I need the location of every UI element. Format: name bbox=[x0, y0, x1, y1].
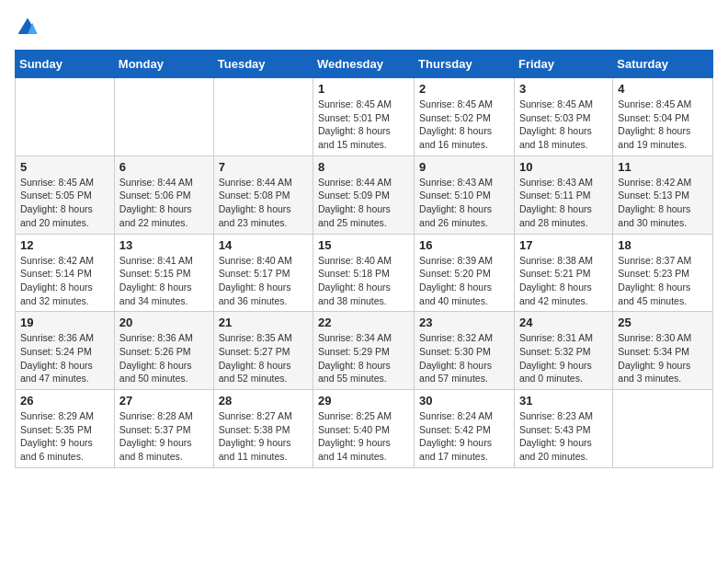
day-number: 15 bbox=[318, 238, 409, 252]
calendar-cell: 4Sunrise: 8:45 AM Sunset: 5:04 PM Daylig… bbox=[613, 78, 713, 156]
day-number: 24 bbox=[519, 316, 608, 329]
day-info: Sunrise: 8:40 AM Sunset: 5:18 PM Dayligh… bbox=[318, 254, 409, 308]
day-number: 21 bbox=[219, 316, 308, 329]
day-number: 29 bbox=[318, 394, 409, 408]
day-number: 4 bbox=[618, 82, 708, 96]
day-info: Sunrise: 8:32 AM Sunset: 5:30 PM Dayligh… bbox=[419, 331, 509, 385]
calendar-cell: 17Sunrise: 8:38 AM Sunset: 5:21 PM Dayli… bbox=[514, 234, 612, 312]
calendar-cell: 31Sunrise: 8:23 AM Sunset: 5:43 PM Dayli… bbox=[514, 390, 612, 468]
day-info: Sunrise: 8:36 AM Sunset: 5:24 PM Dayligh… bbox=[20, 331, 109, 385]
day-info: Sunrise: 8:45 AM Sunset: 5:03 PM Dayligh… bbox=[519, 98, 608, 152]
day-info: Sunrise: 8:45 AM Sunset: 5:05 PM Dayligh… bbox=[20, 176, 109, 230]
calendar-week-5: 26Sunrise: 8:29 AM Sunset: 5:35 PM Dayli… bbox=[16, 390, 713, 468]
col-header-sunday: Sunday bbox=[16, 51, 115, 78]
day-number: 13 bbox=[119, 238, 209, 252]
calendar-cell: 8Sunrise: 8:44 AM Sunset: 5:09 PM Daylig… bbox=[313, 155, 415, 234]
calendar-cell: 29Sunrise: 8:25 AM Sunset: 5:40 PM Dayli… bbox=[313, 390, 415, 468]
calendar-cell: 6Sunrise: 8:44 AM Sunset: 5:06 PM Daylig… bbox=[114, 155, 213, 234]
day-number: 8 bbox=[318, 160, 409, 174]
day-number: 11 bbox=[618, 160, 708, 174]
day-info: Sunrise: 8:45 AM Sunset: 5:04 PM Dayligh… bbox=[618, 98, 708, 152]
calendar-cell: 10Sunrise: 8:43 AM Sunset: 5:11 PM Dayli… bbox=[514, 155, 612, 234]
calendar-header-row: SundayMondayTuesdayWednesdayThursdayFrid… bbox=[16, 51, 713, 78]
day-info: Sunrise: 8:44 AM Sunset: 5:09 PM Dayligh… bbox=[318, 176, 409, 230]
calendar-cell: 2Sunrise: 8:45 AM Sunset: 5:02 PM Daylig… bbox=[415, 78, 515, 156]
day-info: Sunrise: 8:35 AM Sunset: 5:27 PM Dayligh… bbox=[219, 331, 308, 385]
day-info: Sunrise: 8:43 AM Sunset: 5:11 PM Dayligh… bbox=[519, 176, 608, 230]
day-number: 3 bbox=[519, 82, 608, 96]
day-info: Sunrise: 8:44 AM Sunset: 5:08 PM Dayligh… bbox=[219, 176, 308, 230]
page-header bbox=[15, 15, 713, 40]
calendar-week-3: 12Sunrise: 8:42 AM Sunset: 5:14 PM Dayli… bbox=[16, 234, 713, 312]
calendar-cell: 20Sunrise: 8:36 AM Sunset: 5:26 PM Dayli… bbox=[114, 312, 213, 390]
day-number: 31 bbox=[519, 394, 608, 408]
day-info: Sunrise: 8:36 AM Sunset: 5:26 PM Dayligh… bbox=[119, 331, 209, 385]
day-info: Sunrise: 8:37 AM Sunset: 5:23 PM Dayligh… bbox=[618, 254, 708, 308]
day-number: 14 bbox=[219, 238, 308, 252]
calendar-cell: 24Sunrise: 8:31 AM Sunset: 5:32 PM Dayli… bbox=[514, 312, 612, 390]
calendar-cell bbox=[16, 78, 115, 156]
logo bbox=[15, 15, 44, 40]
day-info: Sunrise: 8:45 AM Sunset: 5:01 PM Dayligh… bbox=[318, 98, 409, 152]
day-info: Sunrise: 8:40 AM Sunset: 5:17 PM Dayligh… bbox=[219, 254, 308, 308]
calendar-cell: 9Sunrise: 8:43 AM Sunset: 5:10 PM Daylig… bbox=[415, 155, 515, 234]
day-info: Sunrise: 8:28 AM Sunset: 5:37 PM Dayligh… bbox=[119, 409, 209, 464]
day-info: Sunrise: 8:45 AM Sunset: 5:02 PM Dayligh… bbox=[419, 98, 509, 152]
day-number: 20 bbox=[119, 316, 209, 329]
calendar-cell: 11Sunrise: 8:42 AM Sunset: 5:13 PM Dayli… bbox=[613, 155, 713, 234]
day-info: Sunrise: 8:24 AM Sunset: 5:42 PM Dayligh… bbox=[419, 409, 509, 464]
logo-icon bbox=[15, 15, 40, 40]
day-info: Sunrise: 8:41 AM Sunset: 5:15 PM Dayligh… bbox=[119, 254, 209, 308]
calendar-week-1: 1Sunrise: 8:45 AM Sunset: 5:01 PM Daylig… bbox=[16, 78, 713, 156]
day-number: 28 bbox=[219, 394, 308, 408]
day-number: 17 bbox=[519, 238, 608, 252]
day-number: 25 bbox=[618, 316, 708, 329]
calendar-cell bbox=[213, 78, 313, 156]
col-header-saturday: Saturday bbox=[613, 51, 713, 78]
day-number: 16 bbox=[419, 238, 509, 252]
calendar-cell: 25Sunrise: 8:30 AM Sunset: 5:34 PM Dayli… bbox=[613, 312, 713, 390]
calendar-week-4: 19Sunrise: 8:36 AM Sunset: 5:24 PM Dayli… bbox=[16, 312, 713, 390]
day-info: Sunrise: 8:39 AM Sunset: 5:20 PM Dayligh… bbox=[419, 254, 509, 308]
day-number: 22 bbox=[318, 316, 409, 329]
calendar-cell: 16Sunrise: 8:39 AM Sunset: 5:20 PM Dayli… bbox=[415, 234, 515, 312]
calendar-cell bbox=[613, 390, 713, 468]
day-info: Sunrise: 8:44 AM Sunset: 5:06 PM Dayligh… bbox=[119, 176, 209, 230]
calendar-cell: 27Sunrise: 8:28 AM Sunset: 5:37 PM Dayli… bbox=[114, 390, 213, 468]
calendar-cell: 7Sunrise: 8:44 AM Sunset: 5:08 PM Daylig… bbox=[213, 155, 313, 234]
day-number: 27 bbox=[119, 394, 209, 408]
day-info: Sunrise: 8:34 AM Sunset: 5:29 PM Dayligh… bbox=[318, 331, 409, 385]
day-number: 18 bbox=[618, 238, 708, 252]
day-info: Sunrise: 8:23 AM Sunset: 5:43 PM Dayligh… bbox=[519, 409, 608, 464]
day-number: 12 bbox=[20, 238, 109, 252]
calendar-cell: 19Sunrise: 8:36 AM Sunset: 5:24 PM Dayli… bbox=[16, 312, 115, 390]
day-number: 30 bbox=[419, 394, 509, 408]
calendar-week-2: 5Sunrise: 8:45 AM Sunset: 5:05 PM Daylig… bbox=[16, 155, 713, 234]
day-number: 7 bbox=[219, 160, 308, 174]
calendar-cell: 30Sunrise: 8:24 AM Sunset: 5:42 PM Dayli… bbox=[415, 390, 515, 468]
day-info: Sunrise: 8:29 AM Sunset: 5:35 PM Dayligh… bbox=[20, 409, 109, 464]
day-number: 6 bbox=[119, 160, 209, 174]
day-number: 2 bbox=[419, 82, 509, 96]
day-number: 19 bbox=[20, 316, 109, 329]
calendar-cell bbox=[114, 78, 213, 156]
day-info: Sunrise: 8:38 AM Sunset: 5:21 PM Dayligh… bbox=[519, 254, 608, 308]
col-header-monday: Monday bbox=[114, 51, 213, 78]
calendar-cell: 12Sunrise: 8:42 AM Sunset: 5:14 PM Dayli… bbox=[16, 234, 115, 312]
day-number: 26 bbox=[20, 394, 109, 408]
day-number: 9 bbox=[419, 160, 509, 174]
calendar-cell: 28Sunrise: 8:27 AM Sunset: 5:38 PM Dayli… bbox=[213, 390, 313, 468]
col-header-tuesday: Tuesday bbox=[213, 51, 313, 78]
col-header-wednesday: Wednesday bbox=[313, 51, 415, 78]
calendar-cell: 15Sunrise: 8:40 AM Sunset: 5:18 PM Dayli… bbox=[313, 234, 415, 312]
calendar-cell: 3Sunrise: 8:45 AM Sunset: 5:03 PM Daylig… bbox=[514, 78, 612, 156]
day-info: Sunrise: 8:42 AM Sunset: 5:14 PM Dayligh… bbox=[20, 254, 109, 308]
calendar-cell: 22Sunrise: 8:34 AM Sunset: 5:29 PM Dayli… bbox=[313, 312, 415, 390]
day-info: Sunrise: 8:30 AM Sunset: 5:34 PM Dayligh… bbox=[618, 331, 708, 385]
calendar: SundayMondayTuesdayWednesdayThursdayFrid… bbox=[15, 50, 713, 468]
calendar-cell: 13Sunrise: 8:41 AM Sunset: 5:15 PM Dayli… bbox=[114, 234, 213, 312]
day-info: Sunrise: 8:27 AM Sunset: 5:38 PM Dayligh… bbox=[219, 409, 308, 464]
day-info: Sunrise: 8:42 AM Sunset: 5:13 PM Dayligh… bbox=[618, 176, 708, 230]
day-info: Sunrise: 8:25 AM Sunset: 5:40 PM Dayligh… bbox=[318, 409, 409, 464]
day-number: 23 bbox=[419, 316, 509, 329]
